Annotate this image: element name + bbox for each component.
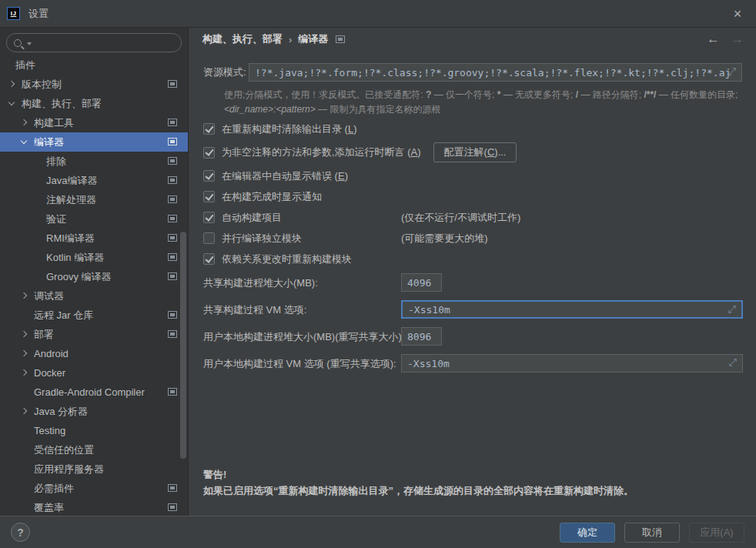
field-label: 用户本地构建进程堆大小(MB)(重写共享大小): xyxy=(203,331,404,342)
checkbox[interactable] xyxy=(203,147,215,159)
resource-patterns-hint: 使用;分隔模式，使用！求反模式。已接受通配符: ? — 仅一个符号; * — 无… xyxy=(224,88,741,117)
screen-icon xyxy=(168,503,177,511)
search-options-caret-icon[interactable] xyxy=(27,42,32,45)
sidebar-item[interactable]: 版本控制 xyxy=(0,75,188,94)
sidebar-item[interactable]: 构建工具 xyxy=(0,113,188,132)
cancel-button[interactable]: 取消 xyxy=(624,523,680,543)
chevron-right-icon[interactable] xyxy=(21,350,27,356)
sidebar-item-label: 构建、执行、部署 xyxy=(22,98,102,109)
breadcrumb-item[interactable]: 编译器 xyxy=(298,32,328,46)
nav-back-icon[interactable]: ← xyxy=(707,32,720,47)
field-row: 用户本地构建进程堆大小(MB)(重写共享大小): xyxy=(203,323,742,350)
screen-icon xyxy=(168,311,177,319)
field-input[interactable] xyxy=(402,355,742,372)
chevron-down-icon[interactable] xyxy=(21,138,27,144)
sidebar-item[interactable]: 构建、执行、部署 xyxy=(0,94,188,113)
chevron-right-icon[interactable] xyxy=(21,119,27,125)
chevron-right-icon[interactable] xyxy=(8,81,15,87)
sidebar-item[interactable]: Android xyxy=(0,344,188,363)
settings-content: 构建、执行、部署›编译器 ← → 资源模式: ⤢ 使用;分隔模式，使用！求反模式… xyxy=(189,28,756,516)
sidebar-item-label: Java 分析器 xyxy=(34,406,88,417)
field-box[interactable]: ⤢ xyxy=(401,354,743,373)
checkbox-row: 在重新构建时清除输出目录 (L) xyxy=(203,119,742,139)
expand-field-icon[interactable]: ⤢ xyxy=(729,356,737,369)
search-input[interactable] xyxy=(6,33,182,52)
field-box[interactable]: ⤢ xyxy=(401,300,743,319)
sidebar-item[interactable]: 调试器 xyxy=(0,286,188,306)
field-label: 用户本地构建过程 VM 选项 (重写共享选项): xyxy=(203,358,396,369)
resource-patterns-input[interactable] xyxy=(249,64,741,81)
checkbox[interactable] xyxy=(203,253,215,265)
checkbox-label: 在构建完成时显示通知 xyxy=(222,190,322,204)
sidebar-item[interactable]: 覆盖率 xyxy=(0,498,188,516)
sidebar-item[interactable]: 受信任的位置 xyxy=(0,440,188,459)
screen-icon xyxy=(336,35,345,43)
sidebar-scrollbar-thumb[interactable] xyxy=(180,232,186,459)
warning-message: 如果已启用选项“重新构建时清除输出目录”，存储生成源的目录的全部内容将在重新构建… xyxy=(203,483,634,499)
expand-field-icon[interactable]: ⤢ xyxy=(728,65,736,78)
checkbox-label: 依赖关系更改时重新构建模块 xyxy=(222,252,352,266)
checkbox-comment: (仅在不运行/不调试时工作) xyxy=(401,211,520,225)
field-input[interactable] xyxy=(402,274,441,291)
sidebar-item[interactable]: Docker xyxy=(0,363,188,383)
sidebar-item[interactable]: 必需插件 xyxy=(0,479,188,498)
resource-patterns-field[interactable]: ⤢ xyxy=(249,63,742,82)
sidebar-item[interactable]: 注解处理器 xyxy=(0,190,188,209)
warning-block: 警告! 如果已启用选项“重新构建时清除输出目录”，存储生成源的目录的全部内容将在… xyxy=(203,466,634,499)
sidebar-item[interactable]: Kotlin 编译器 xyxy=(0,248,188,267)
checkbox-label: 在编辑器中自动显示错误 (E) xyxy=(222,169,348,183)
checkbox-row: 自动构建项目(仅在不运行/不调试时工作) xyxy=(203,207,742,228)
sidebar-item-label: 受信任的位置 xyxy=(34,444,94,456)
chevron-right-icon[interactable] xyxy=(21,369,27,376)
search-icon xyxy=(14,39,22,47)
sidebar-item[interactable]: 远程 Jar 仓库 xyxy=(0,306,188,325)
chevron-down-icon[interactable] xyxy=(8,99,15,105)
sidebar-item-label: 远程 Jar 仓库 xyxy=(34,309,93,321)
checkbox[interactable] xyxy=(203,232,215,244)
sidebar-item[interactable]: Java 分析器 xyxy=(0,402,188,421)
nav-forward-icon: → xyxy=(731,32,744,47)
warning-title: 警告! xyxy=(203,466,634,483)
sidebar-item[interactable]: 编译器 xyxy=(0,132,188,152)
sidebar-item[interactable]: 插件 xyxy=(0,55,188,75)
screen-icon xyxy=(168,157,177,165)
field-row: 共享构建进程堆大小(MB): xyxy=(203,269,742,296)
configure-annotations-button[interactable]: 配置注解(C)... xyxy=(433,142,517,162)
field-label: 共享构建进程堆大小(MB): xyxy=(203,277,318,289)
sidebar-item[interactable]: 验证 xyxy=(0,209,188,229)
field-row: 用户本地构建过程 VM 选项 (重写共享选项):⤢ xyxy=(203,350,742,377)
sidebar-item-label: Kotlin 编译器 xyxy=(46,252,104,263)
help-button[interactable]: ? xyxy=(11,523,30,542)
checkbox-row: 并行编译独立模块(可能需要更大的堆) xyxy=(203,228,742,249)
checkbox[interactable] xyxy=(203,212,215,223)
chevron-right-icon[interactable] xyxy=(21,408,27,414)
sidebar-item-label: 构建工具 xyxy=(34,117,74,129)
breadcrumb-item[interactable]: 构建、执行、部署 xyxy=(202,32,283,46)
field-box[interactable] xyxy=(401,327,442,346)
field-box[interactable] xyxy=(401,273,442,292)
checkbox[interactable] xyxy=(203,123,215,135)
field-input[interactable] xyxy=(403,302,741,317)
checkbox[interactable] xyxy=(203,170,215,182)
sidebar-item[interactable]: 应用程序服务器 xyxy=(0,459,188,479)
sidebar-item[interactable]: 排除 xyxy=(0,152,188,171)
close-icon[interactable]: × xyxy=(728,5,747,23)
chevron-right-icon[interactable] xyxy=(21,292,27,299)
screen-icon xyxy=(168,388,177,396)
sidebar-item-label: Gradle-Android Compiler xyxy=(34,386,145,398)
chevron-right-icon[interactable] xyxy=(21,331,27,337)
sidebar-item-label: Android xyxy=(34,348,69,359)
ok-button[interactable]: 确定 xyxy=(560,523,615,543)
sidebar-item[interactable]: RMI编译器 xyxy=(0,229,188,248)
sidebar-item[interactable]: 部署 xyxy=(0,325,188,344)
checkbox[interactable] xyxy=(203,191,215,202)
sidebar-item-label: 验证 xyxy=(46,213,66,225)
sidebar-item[interactable]: Testing xyxy=(0,421,188,440)
expand-field-icon[interactable]: ⤢ xyxy=(728,303,736,316)
field-input[interactable] xyxy=(402,328,441,345)
sidebar-item[interactable]: Groovy 编译器 xyxy=(0,267,188,286)
sidebar-item[interactable]: Gradle-Android Compiler xyxy=(0,383,188,402)
screen-icon xyxy=(168,253,177,261)
sidebar-item[interactable]: Java编译器 xyxy=(0,171,188,190)
screen-icon xyxy=(168,176,177,184)
